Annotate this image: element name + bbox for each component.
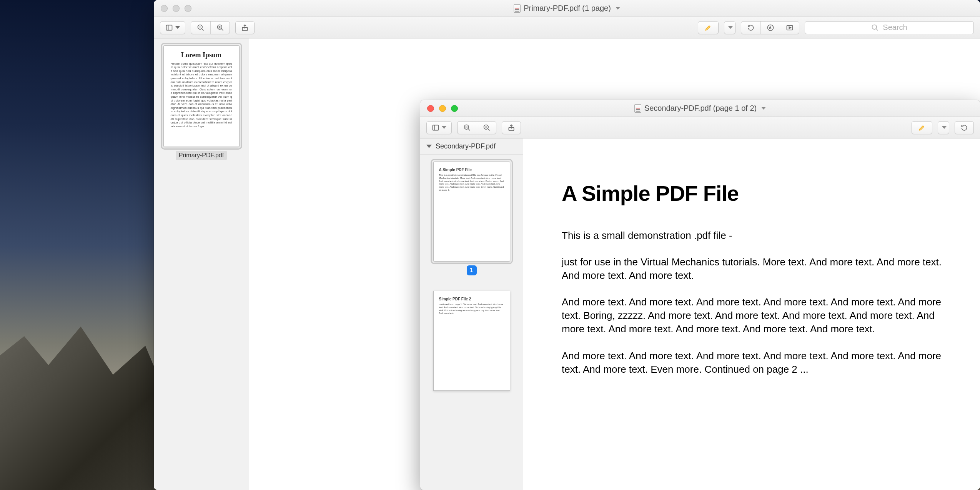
sidebar-view-button[interactable] [426, 121, 452, 134]
svg-marker-12 [789, 27, 791, 28]
toolbar: Search [154, 17, 980, 38]
sidebar-view-button[interactable] [160, 21, 185, 34]
toolbar [420, 117, 980, 138]
thumbnail-doc-heading: Lorem Ipsum [171, 51, 232, 60]
document-paragraph: This is a small demonstration .pdf file … [562, 229, 942, 242]
thumbnail-label[interactable]: Primary-PDF.pdf [176, 151, 227, 160]
play-icon [786, 24, 794, 32]
search-icon [871, 24, 879, 32]
zoom-segment [191, 21, 230, 34]
desktop-background [0, 298, 161, 490]
titlebar[interactable]: Primary-PDF.pdf (1 page) [154, 0, 980, 17]
sidebar-file-header[interactable]: Secondary-PDF.pdf [420, 138, 523, 155]
thumb-body: continued from page 1. Yet more text. An… [439, 303, 504, 315]
markup-button[interactable] [760, 22, 780, 34]
title-dropdown-icon[interactable] [761, 107, 766, 110]
highlight-button[interactable] [698, 21, 719, 34]
chevron-down-icon [442, 126, 446, 129]
share-button[interactable] [502, 121, 521, 134]
thumb-heading: Simple PDF File 2 [439, 297, 504, 302]
zoom-in-icon [483, 124, 491, 132]
thumbnails-sidebar: Secondary-PDF.pdf A Simple PDF File This… [420, 138, 523, 490]
close-button[interactable] [427, 105, 434, 112]
zoom-segment [457, 121, 496, 134]
chevron-down-icon [175, 26, 180, 29]
zoom-out-button[interactable] [191, 22, 210, 34]
share-icon [507, 124, 515, 132]
sidebar-filename: Secondary-PDF.pdf [436, 142, 496, 150]
svg-rect-0 [166, 25, 172, 30]
chevron-down-icon [942, 126, 947, 129]
close-button[interactable] [161, 5, 168, 12]
zoom-button[interactable] [451, 105, 458, 112]
document-paragraph: And more text. And more text. And more t… [562, 349, 942, 376]
share-button[interactable] [235, 21, 255, 34]
document-view[interactable]: A Simple PDF File This is a small demons… [523, 138, 980, 490]
search-field[interactable]: Search [805, 21, 974, 34]
page-thumbnail-1[interactable]: A Simple PDF File This is a small demons… [433, 162, 510, 262]
search-placeholder: Search [883, 23, 907, 32]
svg-line-6 [221, 28, 223, 30]
thumb-body: This is a small demonstration pdf file j… [439, 174, 504, 192]
highlight-button[interactable] [912, 121, 932, 134]
svg-point-13 [872, 25, 877, 29]
highlight-dropdown[interactable] [724, 21, 735, 34]
zoom-button[interactable] [185, 5, 191, 12]
rotate-icon [960, 124, 968, 132]
page-number-badge: 1 [467, 265, 477, 275]
rotate-button[interactable] [955, 121, 974, 134]
pdf-file-icon [634, 104, 641, 113]
sidebar-icon [165, 24, 173, 32]
zoom-out-button[interactable] [458, 122, 477, 134]
chevron-down-icon [728, 26, 733, 29]
highlighter-icon [704, 24, 712, 32]
highlighter-icon [918, 124, 926, 132]
rotate-markup-segment [741, 21, 799, 34]
zoom-in-button[interactable] [210, 22, 230, 34]
minimize-button[interactable] [173, 5, 180, 12]
svg-line-18 [468, 128, 470, 130]
rotate-icon [747, 24, 755, 32]
document-paragraph: And more text. And more text. And more t… [562, 295, 942, 336]
thumbnails-sidebar: Lorem Ipsum Neque porro quisquam est qui… [154, 38, 249, 490]
slideshow-button[interactable] [780, 22, 799, 34]
zoom-in-icon [216, 24, 224, 32]
share-icon [241, 24, 249, 32]
zoom-out-icon [197, 24, 205, 32]
disclosure-triangle-icon[interactable] [426, 145, 432, 148]
svg-line-14 [876, 28, 878, 30]
document-heading: A Simple PDF File [562, 181, 942, 206]
document-paragraph: just for use in the Virtual Mechanics tu… [562, 255, 942, 282]
thumb-heading: A Simple PDF File [439, 167, 504, 172]
thumbnail-body-text: Neque porro quisquam est qui dolorem ips… [171, 62, 232, 128]
pdf-file-icon [514, 4, 521, 13]
window-title: Secondary-PDF.pdf (page 1 of 2) [644, 104, 757, 113]
svg-rect-15 [433, 125, 439, 130]
zoom-out-icon [463, 124, 471, 132]
svg-line-21 [488, 128, 489, 130]
zoom-in-button[interactable] [477, 122, 496, 134]
page-thumbnail-2[interactable]: Simple PDF File 2 continued from page 1.… [433, 291, 510, 391]
window-secondary-pdf: Secondary-PDF.pdf (page 1 of 2) [420, 100, 980, 490]
sidebar-icon [432, 124, 439, 132]
markup-icon [767, 24, 774, 32]
minimize-button[interactable] [439, 105, 446, 112]
titlebar[interactable]: Secondary-PDF.pdf (page 1 of 2) [420, 100, 980, 117]
title-dropdown-icon[interactable] [616, 7, 620, 10]
page-thumbnail-1[interactable]: Lorem Ipsum Neque porro quisquam est qui… [163, 45, 240, 147]
highlight-dropdown[interactable] [938, 121, 949, 134]
window-title: Primary-PDF.pdf (1 page) [524, 4, 611, 13]
rotate-button[interactable] [741, 22, 760, 34]
svg-line-3 [202, 28, 204, 30]
